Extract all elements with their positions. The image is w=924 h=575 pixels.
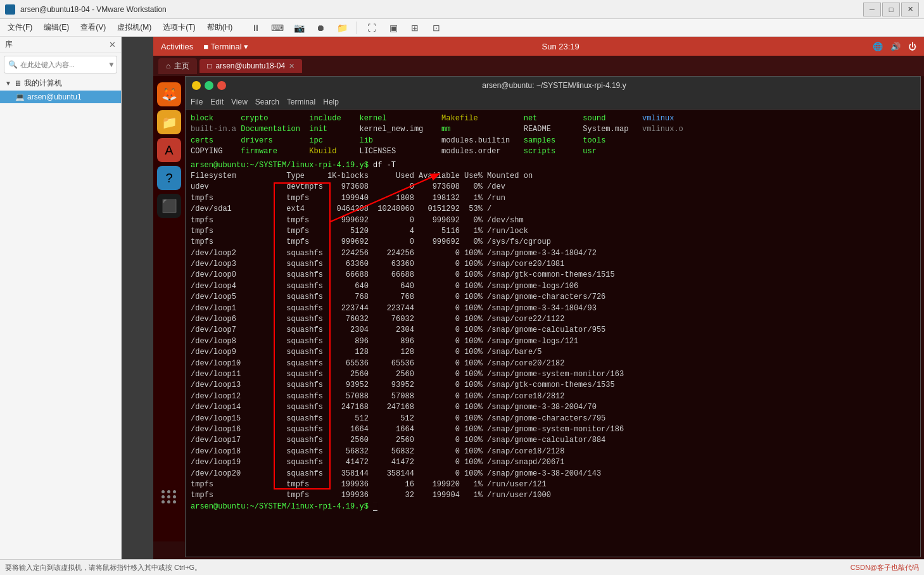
full-screen-button[interactable]: ⛶ xyxy=(362,21,381,35)
ubuntu-launcher: 🦊 📁 A ? ⬛ xyxy=(153,76,185,541)
minimize-button[interactable]: ─ xyxy=(863,3,881,16)
tree-item-vm[interactable]: 💻 arsen@ubuntu1 xyxy=(0,91,121,103)
computer-icon: 🖥 xyxy=(14,79,22,88)
send-ctrl-alt-del-button[interactable]: ⌨ xyxy=(268,21,287,35)
terminal-titlebar: arsen@ubuntu: ~/SYSTEM/linux-rpi-4.19.y xyxy=(186,77,920,94)
tmenu-help[interactable]: Help xyxy=(323,98,339,106)
menu-edit[interactable]: 编辑(E) xyxy=(39,20,74,35)
screenshot-button[interactable]: 📷 xyxy=(289,21,308,35)
menu-help[interactable]: 帮助(H) xyxy=(202,20,238,35)
vmware-icon xyxy=(5,4,15,15)
term-minimize-button[interactable] xyxy=(192,81,201,90)
watermark-text: CSDN@客子也敲代码 xyxy=(851,563,919,572)
launcher-help[interactable]: ? xyxy=(157,166,181,190)
vmware-titlebar: arsen@ubuntu18-04 - VMware Workstation ─… xyxy=(0,0,924,19)
terminal-window-controls xyxy=(192,81,226,90)
separator xyxy=(357,22,357,34)
my-computer-label: 我的计算机 xyxy=(24,78,62,89)
vm-icon: 💻 xyxy=(15,92,25,101)
tab-vm[interactable]: □ arsen@ubuntu18-04 ✕ xyxy=(199,59,302,73)
topbar-right: 🌐 🔊 ⏻ xyxy=(873,42,916,51)
launcher-software[interactable]: A xyxy=(157,138,181,162)
network-icon: 🌐 xyxy=(873,42,883,51)
window-controls: ─ □ ✕ xyxy=(863,3,919,16)
view-option-button[interactable]: ⊞ xyxy=(405,21,424,35)
sound-icon: 🔊 xyxy=(890,42,901,51)
view-stretch-button[interactable]: ⊡ xyxy=(427,21,446,35)
launcher-bottom xyxy=(153,490,185,503)
power-icon[interactable]: ⏻ xyxy=(908,42,916,51)
terminal-title: arsen@ubuntu: ~/SYSTEM/linux-rpi-4.19.y xyxy=(482,81,626,90)
ls-output: block crypto include kernel Makefile net… xyxy=(191,113,915,158)
terminal-menubar: File Edit View Search Terminal Help xyxy=(186,94,920,110)
tab-home[interactable]: ⌂ 主页 xyxy=(158,58,197,74)
search-dropdown-icon[interactable]: ▼ xyxy=(108,60,115,69)
sidebar-search-box[interactable]: 🔍 ▼ xyxy=(4,56,117,73)
sidebar: 库 ✕ 🔍 ▼ ▼ 🖥 我的计算机 💻 arsen@ubuntu1 xyxy=(0,37,122,559)
menu-file[interactable]: 文件(F) xyxy=(3,20,37,35)
topbar-left: Activities ■ Terminal ▾ xyxy=(161,42,248,51)
ubuntu-tabsbar: ⌂ 主页 □ arsen@ubuntu18-04 ✕ xyxy=(153,56,924,76)
statusbar: 要将输入定向到该虚拟机，请将鼠标指针移入其中或按 Ctrl+G。 CSDN@客子… xyxy=(0,559,924,575)
vm-label: arsen@ubuntu1 xyxy=(27,92,82,101)
sidebar-close-button[interactable]: ✕ xyxy=(109,40,116,49)
vm-area[interactable]: Activities ■ Terminal ▾ Sun 23:19 🌐 🔊 ⏻ … xyxy=(153,37,924,559)
vmware-menubar: 文件(F) 编辑(E) 查看(V) 虚拟机(M) 选项卡(T) 帮助(H) ⏸ … xyxy=(0,19,924,37)
launcher-firefox[interactable]: 🦊 xyxy=(157,82,181,106)
tmenu-view[interactable]: View xyxy=(231,98,248,106)
snapshot-button[interactable]: 📁 xyxy=(332,21,351,35)
app-grid-icon[interactable] xyxy=(161,490,177,503)
ubuntu-topbar: Activities ■ Terminal ▾ Sun 23:19 🌐 🔊 ⏻ xyxy=(153,37,924,56)
record-button[interactable]: ⏺ xyxy=(311,21,330,35)
launcher-terminal[interactable]: ⬛ xyxy=(157,194,181,218)
sidebar-header: 库 ✕ xyxy=(0,37,121,53)
launcher-files[interactable]: 📁 xyxy=(157,110,181,134)
tree-item-my-computer[interactable]: ▼ 🖥 我的计算机 xyxy=(0,76,121,91)
df-output: Filesystem Type 1K-blocks Used Available… xyxy=(191,171,915,502)
tab-vm-label: arsen@ubuntu18-04 xyxy=(216,61,286,70)
final-prompt: arsen@ubuntu:~/SYSTEM/linux-rpi-4.19.y$ … xyxy=(191,502,915,512)
pause-button[interactable]: ⏸ xyxy=(246,21,265,35)
df-command-line: arsen@ubuntu:~/SYSTEM/linux-rpi-4.19.y$ … xyxy=(191,160,915,171)
window-title: arsen@ubuntu18-04 - VMware Workstation xyxy=(20,5,863,14)
expand-arrow: ▼ xyxy=(5,80,11,87)
sidebar-title: 库 xyxy=(5,39,13,50)
terminal-menu[interactable]: ■ Terminal ▾ xyxy=(203,42,248,51)
terminal-window: arsen@ubuntu: ~/SYSTEM/linux-rpi-4.19.y … xyxy=(185,76,921,557)
terminal-body[interactable]: block crypto include kernel Makefile net… xyxy=(186,110,920,557)
tmenu-search[interactable]: Search xyxy=(255,98,279,106)
tmenu-edit[interactable]: Edit xyxy=(210,98,224,106)
tab-home-label: 主页 xyxy=(174,61,189,72)
maximize-button[interactable]: □ xyxy=(882,3,900,16)
search-icon: 🔍 xyxy=(8,60,18,69)
menu-view[interactable]: 查看(V) xyxy=(75,20,111,35)
status-text: 要将输入定向到该虚拟机，请将鼠标指针移入其中或按 Ctrl+G。 xyxy=(5,563,201,572)
close-button[interactable]: ✕ xyxy=(901,3,919,16)
tab-close-button[interactable]: ✕ xyxy=(289,62,294,70)
clock: Sun 23:19 xyxy=(541,42,579,51)
tab-vm-icon: □ xyxy=(207,61,212,70)
term-close-button[interactable] xyxy=(217,81,226,90)
toolbar: ⏸ ⌨ 📷 ⏺ 📁 ⛶ ▣ ⊞ ⊡ xyxy=(246,21,446,35)
unity-button[interactable]: ▣ xyxy=(384,21,403,35)
term-maximize-button[interactable] xyxy=(205,81,213,90)
activities-button[interactable]: Activities xyxy=(161,42,193,51)
search-input[interactable] xyxy=(20,61,108,68)
tmenu-terminal[interactable]: Terminal xyxy=(287,98,315,106)
menu-tabs[interactable]: 选项卡(T) xyxy=(158,20,200,35)
menu-vm[interactable]: 虚拟机(M) xyxy=(112,20,156,35)
tmenu-file[interactable]: File xyxy=(191,98,203,106)
home-icon: ⌂ xyxy=(166,61,170,70)
